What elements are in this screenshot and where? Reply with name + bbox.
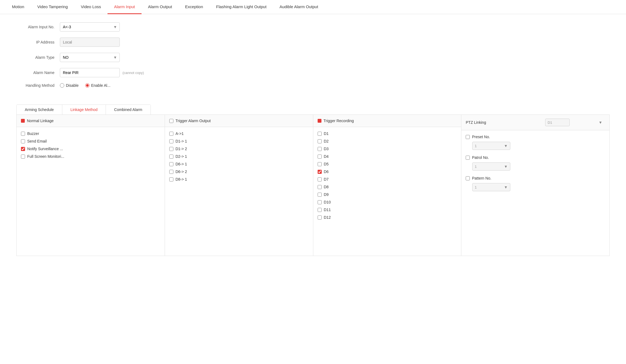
alarm-type-control: NO NC ▼	[60, 53, 120, 62]
check-notify-surveillance[interactable]: Notify Surveillance ...	[21, 145, 160, 153]
page-content: Alarm Input No. A<-3 ▼ IP Address Alarm …	[0, 14, 626, 364]
radio-enable[interactable]: Enable Al...	[85, 83, 111, 88]
check-rec-d9-label: D9	[324, 192, 329, 197]
tab-exception[interactable]: Exception	[179, 0, 210, 14]
check-d6-1-label: D6-> 1	[176, 162, 187, 166]
check-d2-1[interactable]: D2-> 1	[169, 153, 309, 160]
tab-video-loss[interactable]: Video Loss	[74, 0, 108, 14]
check-send-email[interactable]: Send Email	[21, 137, 160, 145]
check-rec-d12-input[interactable]	[318, 215, 322, 220]
sub-tab-arming-schedule[interactable]: Arming Schedule	[17, 105, 62, 115]
sub-tab-combined-alarm[interactable]: Combined Alarm	[106, 105, 151, 115]
patrol-no-select-wrapper: 1 ▼	[472, 162, 510, 171]
check-d1-2[interactable]: D1-> 2	[169, 145, 309, 153]
ip-address-input[interactable]	[60, 38, 120, 47]
main-tab-bar: Motion Video Tampering Video Loss Alarm …	[0, 0, 626, 14]
check-rec-d11-label: D11	[324, 208, 331, 212]
check-rec-d3[interactable]: D3	[318, 145, 457, 153]
check-a1[interactable]: A->1	[169, 130, 309, 137]
preset-no-label: Preset No.	[472, 135, 490, 139]
cannot-copy-text: (cannot copy)	[122, 71, 144, 75]
alarm-input-no-select-wrapper: A<-3 ▼	[60, 22, 120, 32]
patrol-no-row: Patrol No.	[466, 154, 605, 161]
check-buzzer-input[interactable]	[21, 132, 25, 136]
tab-alarm-output[interactable]: Alarm Output	[142, 0, 179, 14]
check-rec-d3-input[interactable]	[318, 147, 322, 151]
alarm-name-input[interactable]	[60, 68, 120, 77]
ptz-linking-col: PTZ Linking D1 D2 D3 D4 D5 D6 ▼	[461, 115, 609, 256]
trigger-recording-checked-icon	[318, 119, 321, 123]
check-d8-1[interactable]: D8-> 1	[169, 175, 309, 183]
check-rec-d7-input[interactable]	[318, 177, 322, 181]
alarm-type-select-wrapper: NO NC ▼	[60, 53, 120, 62]
trigger-recording-body: D1 D2 D3 D4 D5	[313, 127, 461, 224]
tab-motion[interactable]: Motion	[5, 0, 31, 14]
check-notify-surveillance-input[interactable]	[21, 147, 25, 151]
ptz-channel-select[interactable]: D1 D2 D3 D4 D5 D6	[545, 119, 570, 126]
check-full-screen-input[interactable]	[21, 155, 25, 159]
alarm-input-no-select[interactable]: A<-3	[60, 22, 120, 32]
handling-method-label: Handling Method	[16, 83, 60, 88]
check-rec-d10-input[interactable]	[318, 200, 322, 204]
tab-alarm-input[interactable]: Alarm Input	[108, 0, 142, 14]
check-rec-d12-label: D12	[324, 215, 331, 220]
preset-no-select[interactable]: 1	[472, 142, 510, 150]
check-rec-d2-input[interactable]	[318, 139, 322, 143]
check-d8-1-input[interactable]	[169, 177, 173, 181]
check-rec-d2[interactable]: D2	[318, 137, 457, 145]
check-send-email-label: Send Email	[27, 139, 47, 143]
check-rec-d1-input[interactable]	[318, 132, 322, 136]
trigger-recording-header-label: Trigger Recording	[324, 119, 354, 123]
alarm-type-select[interactable]: NO NC	[60, 53, 120, 62]
radio-disable-input[interactable]	[60, 83, 64, 88]
check-buzzer[interactable]: Buzzer	[21, 130, 160, 137]
pattern-no-select[interactable]: 1	[472, 183, 510, 191]
trigger-recording-col: Trigger Recording D1 D2 D3 D4	[313, 115, 462, 256]
check-rec-d4-input[interactable]	[318, 155, 322, 159]
check-rec-d8-input[interactable]	[318, 185, 322, 189]
check-rec-d6[interactable]: D6	[318, 168, 457, 175]
check-rec-d6-input[interactable]	[318, 170, 322, 174]
check-send-email-input[interactable]	[21, 139, 25, 143]
check-full-screen[interactable]: Full Screen Monitori...	[21, 153, 160, 160]
normal-linkage-col: Normal Linkage Buzzer Send Email Notify …	[17, 115, 165, 256]
preset-no-checkbox[interactable]	[466, 135, 470, 139]
check-rec-d11[interactable]: D11	[318, 206, 457, 214]
check-d6-2[interactable]: D6-> 2	[169, 168, 309, 175]
patrol-no-select[interactable]: 1	[472, 162, 510, 171]
check-rec-d11-input[interactable]	[318, 208, 322, 212]
sub-tab-linkage-method[interactable]: Linkage Method	[62, 105, 106, 115]
pattern-no-checkbox[interactable]	[466, 176, 470, 180]
check-d6-2-input[interactable]	[169, 170, 173, 174]
check-d6-1-input[interactable]	[169, 162, 173, 166]
check-rec-d5[interactable]: D5	[318, 160, 457, 168]
check-rec-d9-input[interactable]	[318, 193, 322, 197]
check-rec-d10[interactable]: D10	[318, 198, 457, 206]
tab-video-tampering[interactable]: Video Tampering	[31, 0, 74, 14]
check-a1-input[interactable]	[169, 132, 173, 136]
pattern-no-dropdown-area: 1 ▼	[466, 182, 605, 195]
check-rec-d5-input[interactable]	[318, 162, 322, 166]
trigger-alarm-output-header-checkbox[interactable]	[169, 119, 173, 123]
check-d1-1[interactable]: D1-> 1	[169, 137, 309, 145]
tab-flashing-alarm[interactable]: Flashing Alarm Light Output	[210, 0, 273, 14]
ptz-channel-select-wrapper: D1 D2 D3 D4 D5 D6 ▼	[545, 119, 605, 126]
tab-audible-alarm[interactable]: Audible Alarm Output	[273, 0, 325, 14]
check-rec-d7[interactable]: D7	[318, 175, 457, 183]
preset-no-row: Preset No.	[466, 133, 605, 141]
check-rec-d8[interactable]: D8	[318, 183, 457, 191]
pattern-no-row: Pattern No.	[466, 174, 605, 182]
check-rec-d4[interactable]: D4	[318, 153, 457, 160]
radio-disable[interactable]: Disable	[60, 83, 79, 88]
patrol-no-checkbox[interactable]	[466, 156, 470, 160]
check-d2-1-input[interactable]	[169, 155, 173, 159]
check-rec-d9[interactable]: D9	[318, 191, 457, 198]
check-rec-d8-label: D8	[324, 185, 329, 189]
check-d6-1[interactable]: D6-> 1	[169, 160, 309, 168]
check-d1-2-label: D1-> 2	[176, 147, 187, 151]
radio-enable-input[interactable]	[85, 83, 90, 88]
check-rec-d1[interactable]: D1	[318, 130, 457, 137]
check-rec-d12[interactable]: D12	[318, 214, 457, 221]
check-d1-1-input[interactable]	[169, 139, 173, 143]
check-d1-2-input[interactable]	[169, 147, 173, 151]
